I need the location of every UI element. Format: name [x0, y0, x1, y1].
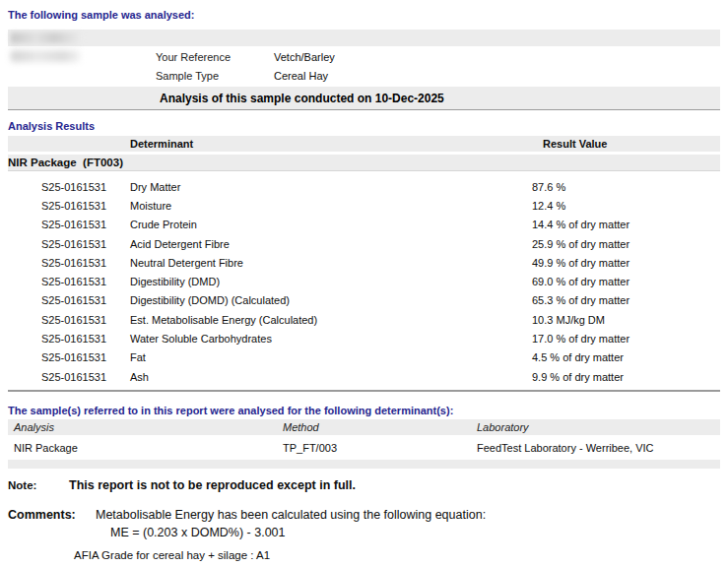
table-row: S25-0161531 Fat 4.5 % of dry matter [8, 348, 720, 367]
determinant-cell: Est. Metabolisable Energy (Calculated) [130, 314, 532, 326]
results-table-header: Determinant Result Value [8, 136, 720, 152]
table-row: S25-0161531 Est. Metabolisable Energy (C… [8, 310, 720, 329]
result-cell: 25.9 % of dry matter [532, 238, 720, 250]
table-row: S25-0161531 Neutral Detergent Fibre 49.9… [8, 253, 720, 272]
result-cell: 9.9 % of dry matter [532, 371, 720, 383]
me-equation: ME = (0.203 x DOMD%) - 3.001 [8, 526, 720, 539]
redacted-client-address [11, 50, 80, 62]
result-cell: 4.5 % of dry matter [532, 351, 720, 363]
determinant-cell: Dry Matter [130, 181, 532, 193]
comments-label: Comments: [8, 508, 96, 522]
result-cell: 65.3 % of dry matter [532, 294, 720, 306]
method-column-header: Method [277, 421, 471, 433]
table-row: S25-0161531 Digestibility (DMD) 69.0 % o… [8, 272, 720, 290]
table-row: S25-0161531 Moisture 12.4 % [8, 196, 720, 215]
determinant-cell: Digestibility (DMD) [130, 276, 532, 287]
sample-id-cell: S25-0161531 [8, 181, 130, 193]
results-table-body: S25-0161531 Dry Matter 87.6 % S25-016153… [8, 177, 720, 386]
determinant-cell: Crude Protein [130, 219, 532, 230]
sample-type-value: Cereal Hay [274, 70, 328, 82]
sample-analysed-heading: The following sample was analysed: [8, 9, 720, 21]
laboratory-cell: FeedTest Laboratory - Werribee, VIC [471, 442, 720, 454]
sample-type-row: Sample Type Cereal Hay [156, 67, 335, 86]
analysis-column-header: Analysis [8, 421, 277, 433]
determinant-column-header: Determinant [130, 138, 532, 150]
analysis-results-heading: Analysis Results [8, 120, 720, 132]
sample-id-cell: S25-0161531 [8, 238, 130, 250]
result-cell: 17.0 % of dry matter [532, 333, 720, 345]
your-reference-value: Vetch/Barley [274, 51, 335, 63]
table-row: S25-0161531 Digestibility (DOMD) (Calcul… [8, 291, 720, 310]
analysis-cell: NIR Package [8, 442, 277, 454]
determinants-table-header: Analysis Method Laboratory [8, 419, 720, 435]
redacted-client-name [11, 32, 84, 43]
lab-report-page: The following sample was analysed: Your … [0, 0, 728, 567]
determinant-cell: Neutral Detergent Fibre [130, 257, 532, 269]
table-row: S25-0161531 Water Soluble Carbohydrates … [8, 329, 720, 347]
table-footer-band [8, 460, 720, 469]
note-text: This report is not to be reproduced exce… [69, 478, 356, 492]
nir-package-group-header: NIR Package (FT003) [8, 155, 720, 171]
table-row: S25-0161531 Ash 9.9 % of dry matter [8, 367, 720, 386]
sample-info-area: Your Reference Vetch/Barley Sample Type … [8, 46, 720, 87]
sample-id-cell: S25-0161531 [8, 371, 130, 383]
table-row: NIR Package TP_FT/003 FeedTest Laborator… [8, 435, 720, 460]
sample-id-cell: S25-0161531 [8, 351, 130, 363]
determinant-cell: Fat [130, 351, 532, 363]
sample-id-cell: S25-0161531 [8, 333, 130, 345]
method-cell: TP_FT/003 [277, 442, 471, 454]
sample-id-cell: S25-0161531 [8, 276, 130, 287]
reference-row: Your Reference Vetch/Barley [156, 48, 335, 67]
sample-id-cell: S25-0161531 [8, 314, 130, 326]
determinant-cell: Water Soluble Carbohydrates [130, 333, 532, 345]
analysis-date-banner: Analysis of this sample conducted on 10-… [8, 87, 720, 110]
result-cell: 10.3 MJ/kg DM [532, 314, 720, 326]
table-row: S25-0161531 Acid Detergent Fibre 25.9 % … [8, 234, 720, 253]
sample-id-cell: S25-0161531 [8, 219, 130, 230]
result-cell: 49.9 % of dry matter [532, 257, 720, 269]
sample-id-cell: S25-0161531 [8, 257, 130, 269]
your-reference-label: Your Reference [156, 51, 274, 63]
result-cell: 87.6 % [532, 181, 720, 193]
note-row: Note: This report is not to be reproduce… [8, 478, 720, 492]
sample-id-cell: S25-0161531 [8, 200, 130, 212]
result-cell: 69.0 % of dry matter [532, 276, 720, 287]
determinant-cell: Acid Detergent Fibre [130, 238, 532, 250]
sample-reference-block: Your Reference Vetch/Barley Sample Type … [156, 48, 335, 85]
comments-row: Comments: Metabolisable Energy has been … [8, 508, 720, 522]
sample-id-cell: S25-0161531 [8, 294, 130, 306]
section-divider [8, 390, 720, 392]
determinant-cell: Digestibility (DOMD) (Calculated) [130, 294, 532, 306]
comments-line1: Metabolisable Energy has been calculated… [96, 508, 486, 522]
laboratory-column-header: Laboratory [471, 421, 720, 433]
note-label: Note: [8, 479, 69, 491]
client-name-band [8, 30, 720, 46]
determinant-cell: Ash [130, 371, 532, 383]
table-row: S25-0161531 Crude Protein 14.4 % of dry … [8, 216, 720, 234]
determinant-cell: Moisture [130, 200, 532, 212]
afia-grade-line: AFIA Grade for cereal hay + silage : A1 [8, 549, 720, 561]
table-row: S25-0161531 Dry Matter 87.6 % [8, 177, 720, 196]
result-value-column-header: Result Value [532, 138, 720, 150]
result-cell: 14.4 % of dry matter [532, 219, 720, 230]
result-cell: 12.4 % [532, 200, 720, 212]
determinants-heading: The sample(s) referred to in this report… [8, 405, 720, 416]
sample-type-label: Sample Type [156, 70, 274, 82]
analysis-date-text: Analysis of this sample conducted on 10-… [160, 92, 444, 105]
